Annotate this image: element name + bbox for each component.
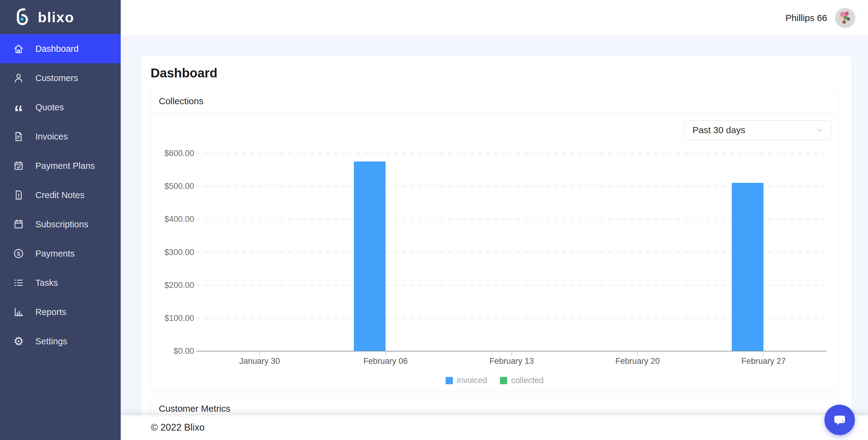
- sidebar-item-subscriptions[interactable]: Subscriptions: [0, 210, 121, 239]
- sidebar-item-label: Payment Plans: [35, 161, 95, 171]
- person-icon: [13, 72, 24, 84]
- bar-invoiced-february-27[interactable]: [732, 183, 764, 351]
- sidebar-item-label: Payments: [35, 249, 75, 259]
- app-root: blixo Dashboard Customers “ Quot: [0, 0, 868, 440]
- sidebar-item-reports[interactable]: Reports: [0, 297, 121, 327]
- date-range-value: Past 30 days: [692, 125, 745, 135]
- sidebar-item-label: Tasks: [35, 278, 58, 288]
- svg-text:$: $: [17, 250, 21, 257]
- sidebar: blixo Dashboard Customers “ Quot: [0, 0, 121, 440]
- sidebar-item-label: Settings: [35, 336, 67, 346]
- collections-card-title: Collections: [151, 88, 838, 114]
- sidebar-item-label: Invoices: [35, 132, 68, 142]
- sidebar-item-label: Dashboard: [35, 44, 79, 54]
- bar-chart-icon: [13, 306, 24, 318]
- sidebar-item-label: Reports: [35, 307, 66, 317]
- sidebar-item-customers[interactable]: Customers: [0, 63, 121, 93]
- document-lines-icon: [13, 131, 24, 142]
- brand-name: blixo: [38, 9, 74, 26]
- avatar[interactable]: [835, 8, 855, 28]
- sidebar-item-label: Customers: [35, 73, 78, 83]
- date-range-select[interactable]: Past 30 days: [684, 120, 831, 140]
- home-icon: [13, 43, 24, 55]
- dollar-circle-icon: $: [13, 248, 24, 259]
- sidebar-nav: Dashboard Customers “ Quotes Invoic: [0, 34, 121, 356]
- legend-swatch-invoiced: [445, 377, 453, 384]
- sidebar-item-label: Quotes: [35, 102, 64, 113]
- chat-bubble-icon: [831, 411, 848, 429]
- quote-icon: “: [13, 101, 24, 113]
- sidebar-item-payment-plans[interactable]: Payment Plans: [0, 151, 121, 180]
- sidebar-item-quotes[interactable]: “ Quotes: [0, 93, 121, 122]
- sidebar-item-credit-notes[interactable]: Credit Notes: [0, 180, 121, 210]
- sidebar-item-payments[interactable]: $ Payments: [0, 239, 121, 268]
- list-icon: [13, 277, 24, 288]
- chevron-down-icon: [815, 126, 824, 135]
- top-header: Phillips 66: [121, 0, 868, 36]
- legend-item-invoiced[interactable]: invoiced: [445, 376, 487, 385]
- sidebar-item-dashboard[interactable]: Dashboard: [0, 34, 121, 63]
- legend-swatch-collected: [500, 377, 507, 384]
- legend-item-collected[interactable]: collected: [500, 376, 544, 385]
- legend-label-collected: collected: [511, 376, 544, 385]
- brand-logo[interactable]: blixo: [0, 0, 121, 34]
- sidebar-item-label: Subscriptions: [35, 219, 88, 229]
- sidebar-item-label: Credit Notes: [35, 190, 85, 200]
- bar-invoiced-february-06[interactable]: [354, 161, 385, 351]
- legend-label-invoiced: invoiced: [457, 376, 487, 385]
- chat-launcher-button[interactable]: [825, 405, 855, 435]
- document-alert-icon: [13, 189, 24, 201]
- page-title: Dashboard: [151, 66, 217, 81]
- footer: © 2022 Blixo: [121, 415, 868, 440]
- calendar-check-icon: [13, 160, 24, 171]
- sidebar-item-settings[interactable]: ⚙ Settings: [0, 327, 121, 356]
- copyright-text: © 2022 Blixo: [151, 422, 205, 433]
- sidebar-item-invoices[interactable]: Invoices: [0, 122, 121, 151]
- user-name[interactable]: Phillips 66: [785, 13, 827, 23]
- calendar-icon: [13, 218, 24, 230]
- sidebar-item-tasks[interactable]: Tasks: [0, 268, 121, 297]
- gear-icon: ⚙: [13, 336, 24, 347]
- blixo-logo-icon: [13, 7, 30, 27]
